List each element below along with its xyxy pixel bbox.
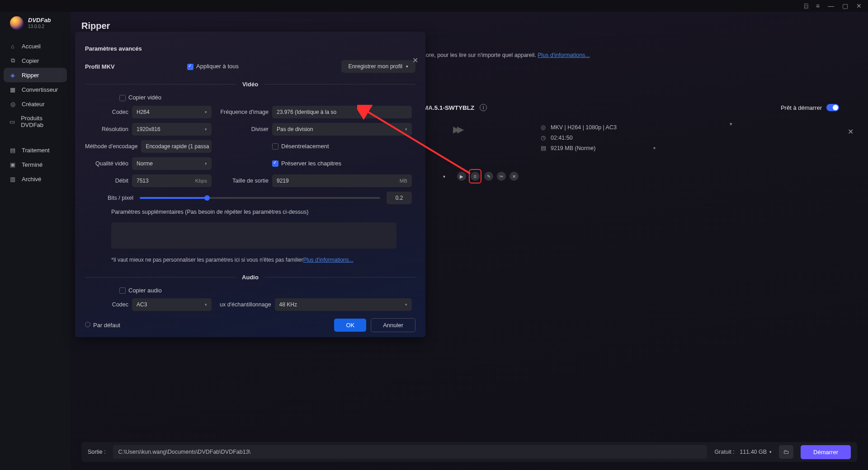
edit-button[interactable]: ✎ [484, 172, 493, 181]
more-info-link[interactable]: Plus d'informations... [538, 52, 590, 58]
free-label: Gratuit : [714, 449, 734, 455]
actions-chevron-icon[interactable]: ▾ [443, 174, 445, 179]
sidebar-item-label: Copier [22, 57, 39, 64]
encoding-label: Méthode d'encodage [85, 143, 137, 150]
brand: DVDFab 13.0.0.2 [0, 14, 71, 37]
encoding-select[interactable]: Encodage rapide (1 passa▾ [141, 140, 212, 153]
processing-icon: ▤ [9, 146, 16, 154]
output-path-input[interactable]: C:\Users\kun.wang\Documents\DVDFab\DVDFa… [113, 445, 708, 459]
footer-bar: Sortie : C:\Users\kun.wang\Documents\DVD… [81, 442, 857, 462]
app-version: 13.0.0.2 [28, 24, 51, 29]
save-profile-button[interactable]: Enregistrer mon profil▾ [341, 60, 416, 73]
ok-button[interactable]: OK [334, 319, 366, 332]
info-icon[interactable]: i [480, 104, 487, 111]
size-chevron-icon[interactable]: ▾ [653, 146, 656, 150]
cut-button[interactable]: ✂ [497, 172, 506, 181]
sidebar-item-label: Accueil [22, 43, 41, 50]
sidebar-item-label: Convertisseur [22, 86, 58, 93]
free-value: 111.40 GB [740, 449, 767, 455]
copy-audio-checkbox[interactable]: Copier audio [119, 287, 162, 294]
archive-icon: ▥ [9, 175, 16, 183]
item-duration: 02:41:50 [551, 135, 573, 141]
done-icon: ▣ [9, 161, 16, 168]
apply-all-checkbox[interactable]: Appliquer à tous [187, 63, 239, 70]
bpp-label: Bits / pixel [108, 195, 133, 201]
item-close-icon[interactable]: ✕ [848, 127, 854, 136]
panel-subtitle: Paramètres avancés [85, 45, 415, 52]
sidebar-item-label: Ripper [22, 72, 39, 79]
app-logo-icon [10, 16, 24, 30]
remove-button[interactable]: ✕ [509, 172, 519, 181]
sidebar-item-ripper[interactable]: ◈Ripper [4, 68, 67, 82]
sidebar-item-termine[interactable]: ▣Terminé [4, 157, 67, 172]
disc-icon: ◎ [541, 124, 547, 131]
create-icon: ◎ [9, 100, 16, 108]
item-size: 9219 MB (Norme) [551, 145, 595, 151]
advanced-settings-panel: Paramètres avancés ✕ Profil MKV Applique… [75, 32, 425, 337]
extra-params-label: Paramètres supplémentaires (Pas besoin d… [85, 209, 412, 218]
start-button[interactable]: Démarrer [801, 445, 851, 459]
sidebar-item-archive[interactable]: ▥Archivé [4, 172, 67, 186]
split-select[interactable]: Pas de division▾ [272, 123, 412, 136]
open-folder-button[interactable]: 🗀 [779, 445, 793, 459]
page-title: Ripper [71, 12, 868, 31]
copy-video-checkbox[interactable]: Copier vidéo [119, 94, 161, 101]
sidebar-item-traitement[interactable]: ▤Traitement [4, 143, 67, 157]
extra-more-link[interactable]: Plus d'informations... [303, 257, 353, 263]
resolution-select[interactable]: 1920x816▾ [132, 123, 212, 136]
sidebar-item-produits[interactable]: ▭Produits DVDFab [4, 111, 67, 132]
audio-codec-select[interactable]: AC3▾ [132, 298, 212, 311]
sidebar: DVDFab 13.0.0.2 ⌂Accueil ⧉Copier ◈Ripper… [0, 12, 71, 470]
cancel-button[interactable]: Annuler [371, 318, 415, 332]
page-description: core, pour les lire sur n'importe quel a… [423, 52, 857, 60]
outsize-input[interactable]: 9219MB [272, 174, 412, 187]
sidebar-item-copier[interactable]: ⧉Copier [4, 53, 67, 68]
sidebar-item-label: Traitement [22, 147, 50, 154]
clock-icon: ◷ [541, 134, 547, 141]
close-icon[interactable]: ✕ [856, 2, 862, 9]
output-label: Sortie : [88, 449, 106, 455]
maximize-icon[interactable]: ▢ [842, 2, 848, 9]
sidebar-item-createur[interactable]: ◎Créateur [4, 97, 67, 111]
ready-label: Prêt à démarrer [781, 104, 822, 111]
copy-icon: ⧉ [9, 57, 16, 64]
size-icon: ▤ [541, 145, 547, 151]
free-chevron-icon[interactable]: ▾ [769, 450, 772, 454]
fastforward-icon: ▶▶ [453, 124, 461, 135]
format-chevron-icon[interactable]: ▾ [730, 121, 732, 127]
fps-label: Fréquence d'image [220, 109, 269, 115]
play-button[interactable]: ▶ [457, 172, 466, 181]
codec-select[interactable]: H264▾ [132, 106, 212, 118]
fps-select[interactable]: 23.976 (Identique à la so [272, 106, 412, 118]
outsize-label: Taille de sortie [220, 178, 269, 184]
default-radio[interactable]: Par défaut [85, 322, 120, 329]
products-icon: ▭ [9, 118, 15, 125]
bitrate-input[interactable]: 7513Kbps [132, 174, 212, 187]
ready-toggle[interactable] [826, 104, 839, 111]
deinterlace-checkbox[interactable]: Désentrelacement [272, 143, 329, 150]
extra-params-input[interactable] [111, 222, 396, 249]
panel-close-icon[interactable]: ✕ [412, 56, 418, 65]
sidebar-item-accueil[interactable]: ⌂Accueil [4, 39, 67, 53]
bpp-slider[interactable] [140, 197, 380, 199]
codec-label: Codec [85, 109, 128, 115]
split-label: Diviser [220, 126, 269, 132]
sidebar-item-label: Produits DVDFab [21, 115, 61, 128]
resolution-label: Résolution [85, 126, 128, 132]
minimize-icon[interactable]: — [828, 2, 834, 9]
settings-button[interactable]: ⛭ [471, 172, 480, 181]
sample-rate-label: ux d'échantillonnage [220, 301, 271, 308]
sample-rate-select[interactable]: 48 KHz▾ [275, 298, 412, 311]
sidebar-item-label: Archivé [22, 176, 41, 183]
gift-icon[interactable]: ⌼ [804, 2, 808, 9]
convert-icon: ▦ [9, 86, 16, 93]
bitrate-label: Débit [85, 178, 128, 184]
quality-select[interactable]: Norme▾ [132, 157, 212, 170]
chapters-checkbox[interactable]: Préserver les chapitres [272, 160, 341, 167]
home-icon: ⌂ [9, 42, 16, 50]
menu-icon[interactable]: ≡ [816, 2, 820, 9]
sidebar-item-convertisseur[interactable]: ▦Convertisseur [4, 82, 67, 97]
item-title: MA.5.1-SWTYBLZ [423, 104, 474, 111]
bpp-value[interactable]: 0.2 [387, 192, 412, 204]
ripper-icon: ◈ [9, 71, 16, 79]
